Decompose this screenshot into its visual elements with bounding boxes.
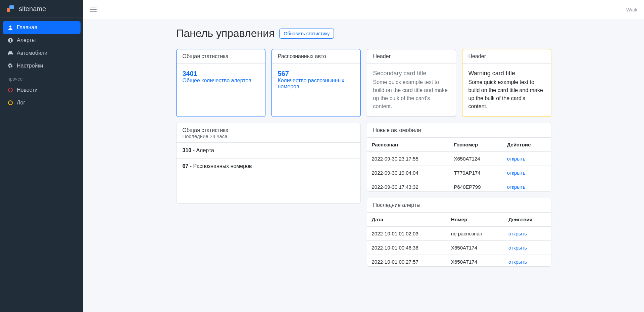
col-header: Действие (502, 138, 551, 152)
sidebar-item-home[interactable]: Главная (3, 21, 81, 34)
cell-time: 2022-09-30 23:17:55 (367, 152, 449, 166)
recent-alerts-table: Дата Номер Действия 2022-10-01 01:02:03 … (367, 213, 551, 266)
svg-rect-4 (10, 39, 11, 41)
open-link[interactable]: открыть (508, 259, 527, 265)
sidebar-item-news[interactable]: Новости (3, 84, 81, 96)
stat-card-warning: Header Warning card title Some quick exa… (462, 49, 551, 117)
toggle-sidebar-button[interactable] (90, 7, 97, 12)
svg-point-2 (9, 26, 11, 28)
summary-row: 310 - Алерта (177, 142, 360, 158)
sidebar-item-settings[interactable]: Настройки (3, 59, 81, 72)
new-cars-table-scroll[interactable]: Распознан Госномер Действие 2022-09-30 2… (367, 138, 551, 191)
sidebar-item-cars[interactable]: Автомобили (3, 47, 81, 59)
sidebar-item-label: Главная (17, 25, 37, 31)
stat-value: 567 (278, 70, 354, 78)
main: Waik Панель управления Обновить статисти… (83, 0, 644, 312)
gear-icon (7, 63, 13, 69)
card-header: Общая статистика (177, 49, 265, 64)
open-link[interactable]: открыть (507, 170, 526, 176)
stat-value: 3401 (183, 70, 259, 78)
open-link[interactable]: открыть (508, 231, 527, 236)
summary-row: 67 - Распознанных номеров (177, 158, 360, 174)
cell-plate: Т770АР174 (449, 166, 502, 180)
recent-alerts-card: Последние алерты Дата Номер Действия 202… (367, 198, 551, 267)
card-header: Общая статистика (183, 127, 354, 133)
sidebar-item-label: Автомобили (17, 50, 47, 56)
open-link[interactable]: открыть (508, 245, 527, 251)
sidebar-item-label: Новости (17, 87, 38, 93)
card-header: Header (462, 49, 551, 64)
cell-plate: Х650АТ174 (446, 241, 504, 255)
svg-rect-5 (10, 41, 11, 42)
cell-plate: Х650АТ124 (449, 152, 502, 166)
table-row: 2022-09-30 17:43:32 Р640ЕР799 открыть (367, 180, 551, 192)
stat-cards-row: Общая статистика 3401 Общее количество а… (176, 49, 551, 117)
new-cars-card: Новые автомобили Распознан Госномер Дейс… (367, 123, 551, 192)
col-header: Распознан (367, 138, 449, 152)
open-link[interactable]: открыть (507, 184, 526, 190)
cell-time: 2022-09-30 19:04:04 (367, 166, 449, 180)
card-title: Warning card title (468, 70, 545, 77)
page-header: Панель управления Обновить статистику (176, 27, 551, 40)
stat-card-recognized: Распознанных авто 567 Количество распозн… (271, 49, 361, 117)
circle-red-icon (7, 87, 13, 93)
username-menu[interactable]: Waik (626, 7, 637, 12)
summary-value: 67 (183, 163, 189, 169)
summary-value: 310 (183, 147, 192, 153)
refresh-stats-button[interactable]: Обновить статистику (279, 29, 334, 39)
cell-plate: Х650АТ174 (446, 255, 504, 267)
cell-time: 2022-10-01 00:46:36 (367, 241, 446, 255)
summary-label: - Распознанных номеров (188, 163, 252, 169)
brand-title: sitename (19, 5, 46, 13)
car-icon (7, 50, 13, 56)
card-header: Распознанных авто (272, 49, 360, 64)
brand: sitename (0, 0, 83, 18)
content: Панель управления Обновить статистику Об… (176, 19, 551, 280)
topbar: Waik (83, 0, 644, 19)
sidebar-section-label: прочее (3, 72, 81, 84)
table-row: 2022-09-30 23:17:55 Х650АТ124 открыть (367, 152, 551, 166)
table-row: 2022-10-01 00:46:36 Х650АТ174 открыть (367, 241, 551, 255)
sidebar-item-log[interactable]: Лог (3, 96, 81, 109)
svg-rect-0 (9, 5, 14, 9)
table-row: 2022-10-01 01:02:03 не распознан открыть (367, 227, 551, 241)
cell-time: 2022-09-30 17:43:32 (367, 180, 449, 192)
table-row: 2022-10-01 00:27:57 Х650АТ174 открыть (367, 255, 551, 267)
brand-logo-icon (6, 5, 15, 13)
card-header: Header (367, 49, 456, 64)
cell-time: 2022-10-01 00:27:57 (367, 255, 446, 267)
recent-alerts-table-scroll[interactable]: Дата Номер Действия 2022-10-01 01:02:03 … (367, 213, 551, 266)
stat-desc: Количество распознынных номеров. (278, 78, 354, 90)
sidebar-item-label: Настройки (17, 63, 43, 69)
circle-yellow-icon (7, 100, 13, 106)
col-header: Дата (367, 213, 446, 227)
sidebar: sitename Главная Алерты Автомобили Настр… (0, 0, 83, 312)
col-header: Номер (446, 213, 504, 227)
card-text: Some quick example text to build on the … (373, 78, 450, 110)
alert-icon (7, 37, 13, 43)
sidebar-item-alerts[interactable]: Алерты (3, 34, 81, 47)
cell-plate: Р640ЕР799 (449, 180, 502, 192)
nav-primary: Главная Алерты Автомобили Настройки проч… (0, 18, 83, 113)
cell-time: 2022-10-01 01:02:03 (367, 227, 446, 241)
summary-24h-card: Общая статистика Последние 24 часа 310 -… (176, 123, 361, 204)
card-title: Secondary card title (373, 70, 450, 77)
svg-rect-1 (7, 8, 10, 12)
card-header: Новые автомобили (367, 123, 551, 138)
cell-plate: не распознан (446, 227, 504, 241)
card-subheader: Последние 24 часа (183, 133, 354, 139)
stat-card-total: Общая статистика 3401 Общее количество а… (176, 49, 265, 117)
summary-label: - Алерта (191, 147, 214, 153)
col-header: Действия (504, 213, 551, 227)
sidebar-item-label: Алерты (17, 37, 36, 43)
page-title: Панель управления (176, 27, 275, 40)
stat-card-secondary: Header Secondary card title Some quick e… (367, 49, 456, 117)
user-icon (7, 25, 13, 31)
card-header: Последние алерты (367, 198, 551, 213)
card-text: Some quick example text to build on the … (468, 78, 545, 110)
stat-desc: Общее количество алертов. (183, 78, 259, 84)
sidebar-item-label: Лог (17, 100, 25, 106)
table-row: 2022-09-30 19:04:04 Т770АР174 открыть (367, 166, 551, 180)
lower-row: Общая статистика Последние 24 часа 310 -… (176, 123, 551, 267)
open-link[interactable]: открыть (507, 156, 526, 162)
